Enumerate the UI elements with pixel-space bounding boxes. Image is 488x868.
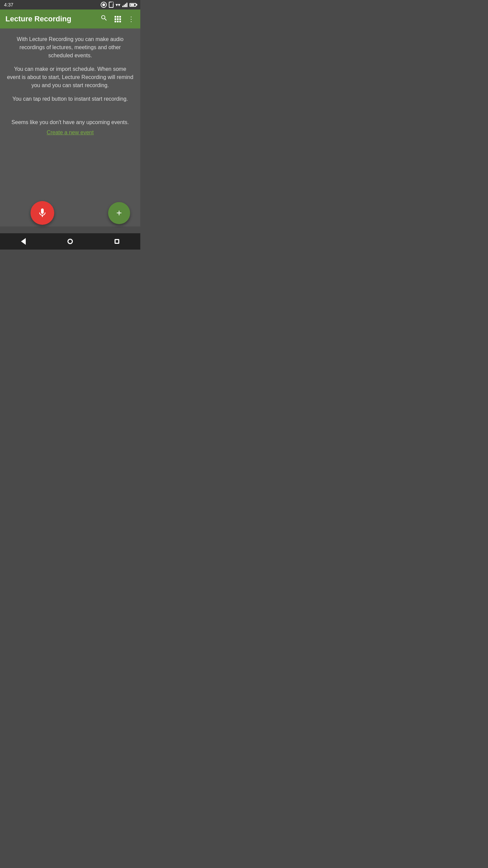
add-event-fab-button[interactable]: + xyxy=(108,202,130,224)
create-event-link[interactable]: Create a new event xyxy=(47,130,94,135)
microphone-icon xyxy=(37,208,48,218)
empty-state-text: Seems like you don't have any upcoming e… xyxy=(7,119,134,125)
description-3: You can tap red button to instant start … xyxy=(7,95,134,103)
fab-area: + xyxy=(0,199,140,226)
status-icons: ▾▾ xyxy=(101,2,136,8)
grid-menu-icon[interactable] xyxy=(115,16,121,22)
grid-dots xyxy=(115,16,121,22)
nav-bar xyxy=(0,233,140,250)
main-content: With Lecture Recording you can make audi… xyxy=(0,28,140,214)
search-icon[interactable] xyxy=(100,14,108,24)
status-time: 4:37 xyxy=(4,2,13,7)
description-2: You can make or import schedule. When so… xyxy=(7,65,134,90)
battery-icon xyxy=(129,3,136,7)
plus-icon: + xyxy=(116,208,122,218)
wifi-icon: ▾▾ xyxy=(116,2,120,7)
sim-icon xyxy=(109,2,114,8)
app-bar: Lecture Recording ⋮ xyxy=(0,9,140,28)
description-1: With Lecture Recording you can make audi… xyxy=(7,35,134,60)
protection-icon xyxy=(101,2,107,8)
nav-recent-button[interactable] xyxy=(115,239,119,244)
status-bar: 4:37 ▾▾ xyxy=(0,0,140,9)
record-fab-button[interactable] xyxy=(30,201,54,225)
empty-state: Seems like you don't have any upcoming e… xyxy=(7,119,134,136)
more-options-icon[interactable]: ⋮ xyxy=(128,15,135,23)
app-bar-actions: ⋮ xyxy=(100,14,135,24)
app-title: Lecture Recording xyxy=(5,15,71,23)
signal-bars-icon xyxy=(122,2,127,7)
nav-back-button[interactable] xyxy=(21,238,26,245)
nav-home-button[interactable] xyxy=(67,239,73,244)
